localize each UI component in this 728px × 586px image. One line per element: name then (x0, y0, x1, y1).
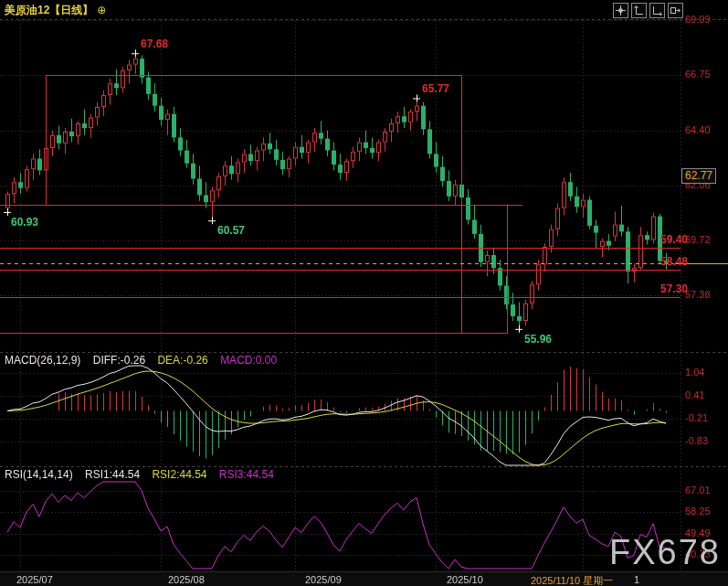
chart-title: 美原油12【日线】⊕ (5, 3, 106, 18)
rsi-indicator-header: RSI(14,14,14) RSI1:44.54 RSI2:44.54 RSI3… (5, 468, 283, 481)
symbol-period-label: 美原油12【日线】 (5, 4, 93, 16)
rsi2-value: RSI2:44.54 (152, 468, 206, 481)
macd-diff-value: DIFF:-0.26 (93, 354, 145, 367)
macd-dea-value: DEA:-0.26 (157, 354, 207, 367)
date-axis-label: 2025/11/10 星期一 (531, 574, 613, 586)
date-axis-label: 2025/10 (447, 574, 483, 585)
y-axis-scale-icon[interactable] (631, 3, 647, 18)
macd-name-label: MACD(26,12,9) (5, 354, 80, 367)
exit-panel-icon[interactable] (668, 3, 683, 18)
axis-price-box: 62.77 (681, 168, 716, 184)
chart-toolbar (613, 3, 683, 18)
main-chart-canvas[interactable] (0, 0, 728, 586)
collapse-icon[interactable]: ⊕ (97, 4, 106, 16)
rsi1-value: RSI1:44.54 (85, 468, 140, 481)
date-axis-label: 2025/07 (16, 574, 53, 585)
macd-macd-value: MACD:0.00 (220, 354, 277, 367)
date-axis-label: 1 (634, 574, 639, 585)
pan-tool-icon[interactable] (613, 3, 628, 18)
macd-indicator-header: MACD(26,12,9) DIFF:-0.26 DEA:-0.26 MACD:… (5, 354, 286, 367)
rsi3-value: RSI3:44.54 (219, 468, 274, 481)
date-axis-label: 2025/08 (168, 574, 205, 585)
x-axis-scale-icon[interactable] (649, 3, 665, 18)
rsi-name-label: RSI(14,14,14) (5, 468, 73, 481)
trading-chart-window: 美原油12【日线】⊕ MACD(26,12,9) DIFF:-0.26 (0, 0, 728, 586)
watermark: FX678 (609, 533, 721, 572)
date-axis-bar: 2025/072025/082025/092025/102025/11/10 星… (0, 571, 728, 586)
date-axis-label: 2025/09 (305, 574, 342, 585)
